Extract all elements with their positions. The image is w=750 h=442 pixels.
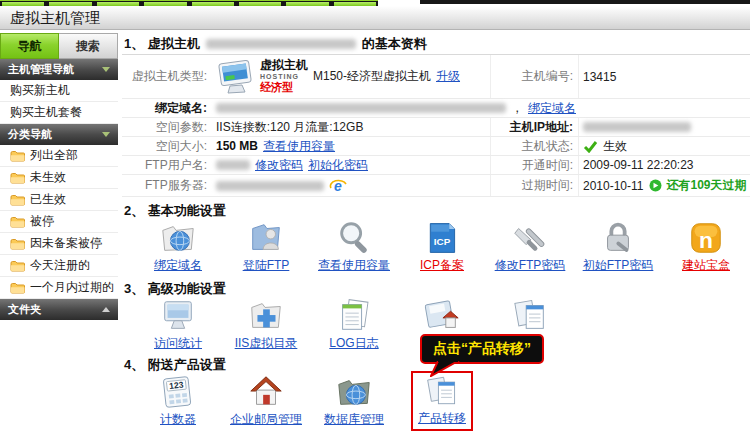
redacted-host-name xyxy=(206,39,356,49)
open-time-value: 2009-09-11 22:20:23 xyxy=(578,156,750,174)
expire-date-value: 2010-10-11 xyxy=(583,179,644,193)
ftp-server-label: FTP服务器: xyxy=(122,177,212,194)
sidebar-item-expiring-in-month[interactable]: 一个月内过期的 xyxy=(0,277,118,299)
ftp-user-label: FTP用户名: xyxy=(122,157,212,174)
space-params-value: IIS连接数:120 月流量:12GB xyxy=(212,119,490,136)
redacted-ftp-user xyxy=(216,160,250,170)
host-id-value: 13415 xyxy=(578,55,750,98)
dark-folder-globe-icon xyxy=(310,371,398,411)
host-type-label: 虚拟主机类型: xyxy=(122,68,212,85)
folder-icon xyxy=(10,150,25,162)
page-title: 虚拟主机管理 xyxy=(0,6,750,30)
chevron-down-icon xyxy=(102,132,110,137)
chevron-up-icon xyxy=(102,307,110,312)
magnifier-icon xyxy=(310,217,398,257)
feature-enterprise-mail[interactable]: 企业邮局管理 xyxy=(222,371,310,428)
copy-pages-icon xyxy=(418,374,466,410)
domain-label: 绑定域名: xyxy=(122,100,212,117)
change-password-link[interactable]: 修改密码 xyxy=(255,157,303,174)
folder-icon xyxy=(10,238,25,250)
status-label: 主机状态: xyxy=(490,137,578,155)
highlight-red-box: 产品转移 xyxy=(411,371,473,431)
feature-database-manage[interactable]: 数据库管理 xyxy=(310,371,398,428)
folder-plus-icon xyxy=(222,295,310,335)
feature-view-usage[interactable]: 查看使用容量 xyxy=(310,217,398,275)
icp-document-icon: ICP xyxy=(398,217,486,257)
top-strip-green-segments xyxy=(0,0,378,6)
status-value: 生效 xyxy=(603,138,627,155)
svg-text:n: n xyxy=(699,227,713,253)
sidebar-item-registered-today[interactable]: 今天注册的 xyxy=(0,255,118,277)
ftp-folder-person-icon xyxy=(222,217,310,257)
check-icon xyxy=(583,140,598,153)
monitor-icon xyxy=(134,295,222,335)
folder-icon xyxy=(10,172,25,184)
chevron-down-icon xyxy=(102,67,110,72)
init-password-link[interactable]: 初始化密码 xyxy=(308,157,368,174)
feature-iis-virtual-dir[interactable]: IIS虚拟目录 xyxy=(222,295,310,351)
tab-navigation[interactable]: 导航 xyxy=(0,33,59,59)
feature-icp-record[interactable]: ICP ICP备案 xyxy=(398,217,486,275)
upgrade-link[interactable]: 升级 xyxy=(436,68,460,85)
redacted-ftp-server xyxy=(216,181,324,191)
feature-init-ftp-password[interactable]: 初始FTP密码 xyxy=(574,217,662,275)
expire-note: 还有109天过期 xyxy=(667,177,747,194)
sidebar: 导航 搜索 主机管理导航 购买新主机 购买主机套餐 分类导航 列出全部 xyxy=(0,30,118,441)
folder-globe-icon xyxy=(134,217,222,257)
section1-title: 1、 虚拟主机 的基本资料 xyxy=(122,34,750,55)
copy-pages-icon xyxy=(486,295,574,335)
svg-text:123: 123 xyxy=(169,379,184,390)
feature-visit-stats[interactable]: 访问统计 xyxy=(134,295,222,351)
redacted-domain-list xyxy=(216,103,506,113)
view-usage-link[interactable]: 查看使用容量 xyxy=(263,138,335,155)
svg-text:ICP: ICP xyxy=(434,236,451,247)
host-type-value: M150-经济型虚拟主机 xyxy=(313,68,431,85)
host-id-label: 主机编号: xyxy=(490,55,578,98)
sidebar-item-active[interactable]: 已生效 xyxy=(0,189,118,211)
space-size-label: 空间大小: xyxy=(122,138,212,155)
redacted-host-ip xyxy=(583,122,691,132)
tab-search[interactable]: 搜索 xyxy=(59,33,118,59)
host-type-badge: 虚拟主机 HOSTING 经济型 xyxy=(216,58,308,96)
log-pages-icon xyxy=(310,295,398,335)
lock-icon xyxy=(574,217,662,257)
hosting-monitor-icon xyxy=(216,58,258,96)
sidebar-item-list-all[interactable]: 列出全部 xyxy=(0,145,118,167)
folder-icon xyxy=(10,260,25,272)
feature-bind-domain[interactable]: 绑定域名 xyxy=(134,217,222,275)
app-window: 虚拟主机管理 导航 搜索 主机管理导航 购买新主机 购买主机套餐 分类导航 xyxy=(0,0,750,442)
sidebar-item-buy-host-plan[interactable]: 购买主机套餐 xyxy=(0,102,118,124)
sidebar-item-suspended[interactable]: 被停 xyxy=(0,211,118,233)
section2-title: 2、 基本功能设置 xyxy=(122,197,750,217)
sidebar-item-not-active[interactable]: 未生效 xyxy=(0,167,118,189)
callout-tail xyxy=(430,361,460,377)
disk-home-icon xyxy=(398,295,486,335)
feature-log[interactable]: LOG日志 xyxy=(310,295,398,351)
group-header-category-nav[interactable]: 分类导航 xyxy=(0,124,118,145)
expire-time-label: 过期时间: xyxy=(490,175,578,196)
sidebar-item-buy-new-host[interactable]: 购买新主机 xyxy=(0,80,118,102)
feature-counter[interactable]: 123 计数器 xyxy=(134,371,222,428)
main-content: 1、 虚拟主机 的基本资料 虚拟主机类型: xyxy=(118,30,750,441)
sidebar-item-suspended-no-icp[interactable]: 因未备案被停 xyxy=(0,233,118,255)
bind-domain-link[interactable]: 绑定域名 xyxy=(528,100,576,117)
callout-tooltip: 点击“产品转移” xyxy=(420,334,544,364)
group-header-host-management[interactable]: 主机管理导航 xyxy=(0,59,118,80)
open-time-label: 开通时间: xyxy=(490,156,578,174)
house-icon xyxy=(222,371,310,411)
group-header-folders[interactable]: 文件夹 xyxy=(0,299,118,320)
internet-explorer-icon[interactable]: e xyxy=(329,178,347,194)
feature-product-transfer[interactable]: 产品转移 xyxy=(398,371,486,431)
tools-icon xyxy=(486,217,574,257)
feature-change-ftp-password[interactable]: 修改FTP密码 xyxy=(486,217,574,275)
top-strip-black-bar xyxy=(420,0,750,4)
green-arrow-circle-icon xyxy=(649,179,662,192)
feature-sitebuilder-box[interactable]: n 建站宝盒 xyxy=(662,217,750,275)
folder-icon xyxy=(10,282,25,294)
feature-login-ftp[interactable]: 登陆FTP xyxy=(222,217,310,275)
calculator-icon: 123 xyxy=(134,371,222,411)
orange-n-box-icon: n xyxy=(662,217,750,257)
host-ip-label: 主机IP地址: xyxy=(490,118,578,136)
folder-icon xyxy=(10,194,25,206)
section3-title: 3、 高级功能设置 xyxy=(122,275,750,295)
